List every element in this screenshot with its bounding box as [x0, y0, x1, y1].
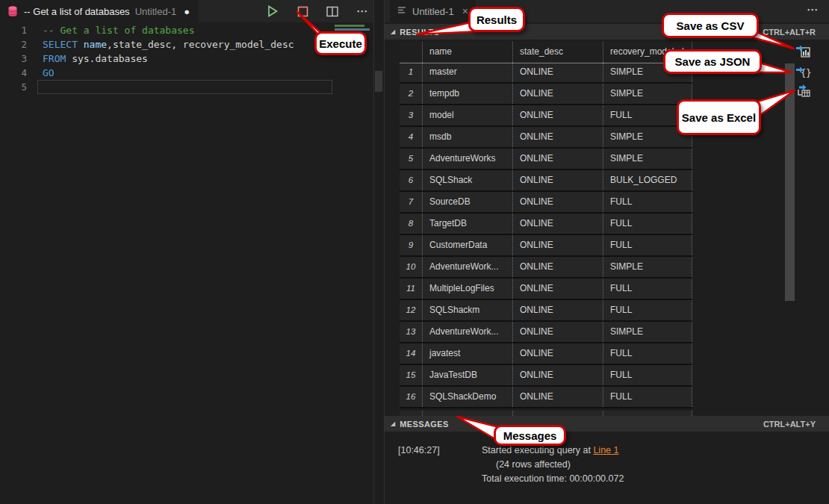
row-number-cell[interactable]: 15 — [400, 365, 423, 385]
data-cell[interactable]: ONLINE — [513, 235, 603, 255]
collapse-triangle-icon[interactable]: ◢ — [391, 420, 395, 427]
data-cell[interactable]: TargetDB — [423, 214, 513, 234]
execute-query-button[interactable] — [266, 4, 279, 18]
code-line[interactable]: 4GO — [0, 66, 373, 80]
data-cell[interactable]: ONLINE — [513, 84, 603, 104]
table-row[interactable]: 10AdventureWork...ONLINESIMPLE — [400, 257, 692, 279]
pane-divider[interactable] — [373, 0, 374, 504]
editor-scrollbar-thumb[interactable] — [375, 71, 382, 92]
tab-results-untitled-1[interactable]: Untitled-1 × — [390, 0, 476, 22]
column-header-state_desc[interactable]: state_desc — [513, 42, 603, 62]
table-row[interactable]: 9CustomerDataONLINEFULL — [400, 235, 692, 257]
table-row[interactable]: 8TargetDBONLINEFULL — [400, 214, 692, 235]
data-cell[interactable]: msdb — [423, 127, 513, 147]
data-cell[interactable]: ONLINE — [513, 279, 603, 299]
table-row[interactable]: 14javatestONLINEFULL — [400, 343, 692, 365]
table-row[interactable]: 3modelONLINEFULL — [400, 105, 692, 127]
data-cell[interactable]: ONLINE — [513, 62, 603, 82]
data-cell[interactable]: BULK_LOGGED — [603, 170, 692, 190]
data-cell[interactable]: MultipleLogFiles — [423, 279, 513, 299]
cancel-query-button[interactable] — [296, 4, 309, 18]
data-cell[interactable]: AdventureWork... — [423, 322, 513, 342]
editor-more-actions-button[interactable]: ⋯ — [355, 4, 369, 18]
data-cell[interactable]: ONLINE — [513, 257, 603, 277]
row-number-cell[interactable]: 5 — [400, 149, 423, 169]
row-number-cell[interactable]: 16 — [400, 387, 423, 407]
results-scrollbar-thumb[interactable] — [785, 63, 795, 301]
data-cell[interactable]: JavaTestDB — [423, 365, 513, 385]
data-cell[interactable]: FULL — [603, 192, 692, 212]
data-cell[interactable]: FULL — [603, 365, 692, 385]
data-cell[interactable]: ONLINE — [513, 105, 603, 125]
data-cell[interactable]: SourceDB — [423, 192, 513, 212]
row-number-cell[interactable]: 11 — [400, 279, 423, 299]
results-more-actions-button[interactable]: ⋯ — [807, 0, 819, 19]
table-row[interactable]: 12SQLShackmONLINEFULL — [400, 300, 692, 322]
data-cell[interactable]: SQLShack — [423, 170, 513, 190]
table-row[interactable]: 11MultipleLogFilesONLINEFULL — [400, 279, 692, 300]
data-cell[interactable]: SQLShackDemo — [423, 387, 513, 407]
data-cell[interactable]: FULL — [603, 279, 692, 299]
data-cell[interactable]: ONLINE — [513, 300, 603, 320]
data-cell[interactable]: tempdb — [423, 84, 513, 104]
close-tab-icon[interactable]: × — [462, 5, 468, 17]
column-header-name[interactable]: name — [423, 42, 513, 62]
data-cell[interactable]: SIMPLE — [603, 257, 692, 277]
table-row[interactable]: 15JavaTestDBONLINEFULL — [400, 365, 692, 387]
table-row[interactable]: 4msdbONLINESIMPLE — [400, 127, 692, 149]
data-cell[interactable]: ONLINE — [513, 170, 603, 190]
table-row[interactable]: 7SourceDBONLINEFULL — [400, 192, 692, 214]
data-cell[interactable]: AdventureWork... — [423, 257, 513, 277]
table-row[interactable]: 13AdventureWork...ONLINESIMPLE — [400, 322, 692, 343]
data-cell[interactable]: ONLINE — [513, 192, 603, 212]
table-row[interactable]: 6SQLShackONLINEBULK_LOGGED — [400, 170, 692, 192]
data-cell[interactable]: ONLINE — [513, 214, 603, 234]
row-number-cell[interactable]: 10 — [400, 257, 423, 277]
data-cell[interactable]: SIMPLE — [603, 322, 692, 342]
data-cell[interactable]: SQLShackm — [423, 300, 513, 320]
row-number-cell[interactable]: 14 — [400, 343, 423, 364]
row-number-cell[interactable]: 8 — [400, 214, 423, 234]
table-row[interactable]: 2tempdbONLINESIMPLE — [400, 84, 692, 105]
results-section-header[interactable]: ◢ RESULTS CTRL+ALT+R — [385, 24, 829, 40]
tab-query-editor[interactable]: -- Get a list of databases Untitled-1 ● — [0, 0, 199, 22]
data-cell[interactable]: ONLINE — [513, 343, 603, 364]
row-number-cell[interactable]: 12 — [400, 300, 423, 320]
data-cell[interactable]: FULL — [603, 387, 692, 407]
line-1-link[interactable]: Line 1 — [593, 445, 618, 455]
data-cell[interactable]: FULL — [603, 343, 692, 364]
data-cell[interactable]: ONLINE — [513, 322, 603, 342]
data-cell[interactable]: FULL — [603, 300, 692, 320]
data-cell[interactable]: AdventureWorks — [423, 149, 513, 169]
save-as-csv-button[interactable] — [796, 45, 813, 60]
split-editor-button[interactable] — [326, 4, 339, 18]
sql-editor[interactable]: 1-- Get a list of databases2SELECT name,… — [0, 23, 373, 504]
data-cell[interactable]: ONLINE — [513, 365, 603, 385]
column-header-rownum[interactable] — [400, 42, 423, 62]
row-number-cell[interactable]: 3 — [400, 105, 423, 125]
save-as-excel-button[interactable] — [796, 84, 813, 99]
data-cell[interactable]: FULL — [603, 214, 692, 234]
row-number-cell[interactable]: 6 — [400, 170, 423, 190]
collapse-triangle-icon[interactable]: ◢ — [391, 28, 395, 35]
data-cell[interactable]: javatest — [423, 343, 513, 364]
results-grid[interactable]: namestate_descrecovery_model_desc 1maste… — [400, 42, 692, 408]
data-cell[interactable]: ONLINE — [513, 149, 603, 169]
data-cell[interactable]: CustomerData — [423, 235, 513, 255]
data-cell[interactable]: SIMPLE — [603, 149, 692, 169]
data-cell[interactable]: master — [423, 62, 513, 82]
messages-section-header[interactable]: ◢ MESSAGES CTRL+ALT+Y — [385, 416, 829, 432]
row-number-cell[interactable]: 1 — [400, 62, 423, 82]
row-number-cell[interactable]: 2 — [400, 84, 423, 104]
save-as-json-button[interactable]: {} — [796, 66, 813, 81]
data-cell[interactable]: FULL — [603, 235, 692, 255]
table-row[interactable]: 1masterONLINESIMPLE — [400, 62, 692, 84]
data-cell[interactable]: model — [423, 105, 513, 125]
data-cell[interactable]: ONLINE — [513, 127, 603, 147]
data-cell[interactable]: ONLINE — [513, 387, 603, 407]
table-row[interactable]: 5AdventureWorksONLINESIMPLE — [400, 149, 692, 170]
row-number-cell[interactable]: 4 — [400, 127, 423, 147]
row-number-cell[interactable]: 13 — [400, 322, 423, 342]
code-line[interactable]: 5 — [0, 80, 373, 94]
table-row[interactable]: 16SQLShackDemoONLINEFULL — [400, 387, 692, 408]
